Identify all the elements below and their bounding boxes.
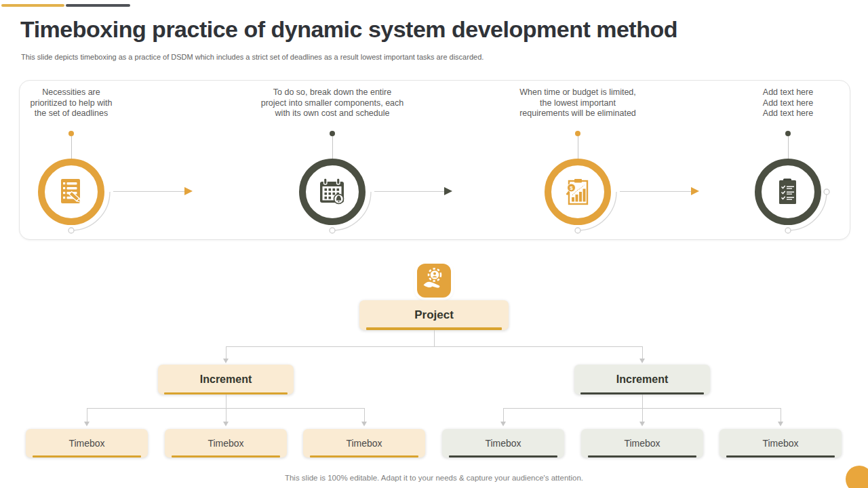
arrow-down-icon	[639, 422, 645, 426]
step-dot	[330, 131, 335, 136]
accent-underline	[726, 455, 835, 458]
increment-node-label: Increment	[616, 373, 668, 386]
timebox-node: Timebox	[26, 429, 148, 458]
project-icon-tile	[417, 264, 451, 298]
connector-line	[364, 408, 365, 422]
step-connector-line	[113, 191, 184, 192]
page-title: Timeboxing practice of dynamic system de…	[20, 16, 677, 43]
step-dot	[785, 131, 791, 136]
connector-line	[642, 394, 643, 408]
step-connector-line	[620, 191, 691, 192]
arrow-down-icon	[639, 359, 645, 363]
arrow-down-icon	[84, 422, 90, 426]
arrow-down-icon	[500, 422, 506, 426]
top-accent-yellow-bar	[1, 4, 64, 7]
connector-line	[642, 408, 643, 422]
connector-line	[226, 346, 642, 347]
connector-line	[226, 408, 226, 422]
slide: Timeboxing practice of dynamic system de…	[0, 0, 868, 488]
timebox-node: Timebox	[581, 429, 703, 458]
budget-analysis-icon: $	[566, 179, 587, 204]
step-description-1: Necessities are prioritized to help with…	[0, 87, 149, 119]
step-description-3: When time or budget is limited, the lowe…	[483, 87, 673, 119]
arrow-down-icon	[223, 422, 229, 426]
timebox-node-label: Timebox	[346, 438, 382, 449]
notepad-pencil-icon	[61, 179, 82, 203]
page-subtitle: This slide depicts timeboxing as a pract…	[21, 53, 484, 61]
arrow-down-icon	[361, 422, 367, 426]
calendar-reminder-icon	[320, 178, 344, 204]
step-circle-3: $	[534, 148, 622, 236]
timebox-node: Timebox	[165, 429, 287, 458]
increment-node-label: Increment	[200, 373, 252, 386]
hand-gear-icon	[417, 264, 451, 298]
step-dot	[575, 131, 580, 136]
step-description-4: Add text here Add text here Add text her…	[727, 87, 849, 119]
corner-accent-circle	[846, 466, 868, 488]
connector-line	[226, 394, 226, 408]
connector-line	[503, 408, 504, 422]
timebox-node-label: Timebox	[485, 438, 521, 449]
footer-note: This slide is 100% editable. Adapt it to…	[0, 474, 868, 482]
project-node-label: Project	[414, 308, 454, 322]
project-node: Project	[359, 300, 509, 330]
step-circle-4	[744, 148, 832, 236]
connector-line	[87, 408, 87, 422]
accent-underline	[33, 455, 141, 458]
connector-line	[434, 330, 435, 346]
top-accent-dark-bar	[66, 4, 130, 7]
accent-underline	[588, 455, 696, 458]
accent-underline	[449, 455, 557, 458]
arrow-down-icon	[223, 359, 229, 363]
step-circle-2	[288, 148, 376, 236]
timebox-node: Timebox	[303, 429, 425, 458]
step-connector-line	[374, 191, 444, 192]
arrow-down-icon	[778, 422, 783, 426]
connector-line	[642, 346, 643, 359]
timebox-node-label: Timebox	[762, 438, 798, 449]
accent-underline	[172, 455, 280, 458]
timebox-node: Timebox	[442, 429, 564, 458]
step-description-2: To do so, break down the entire project …	[231, 87, 434, 119]
accent-underline	[310, 455, 418, 458]
increment-node-left: Increment	[158, 365, 294, 394]
connector-line	[781, 408, 781, 422]
increment-node-right: Increment	[574, 365, 710, 394]
connector-line	[226, 346, 226, 359]
step-circle-1	[27, 148, 115, 236]
dollar-glyph: $	[570, 185, 573, 191]
step-dot	[68, 131, 74, 136]
arrow-right-icon	[444, 187, 452, 195]
arrow-right-icon	[184, 187, 193, 195]
timebox-node-label: Timebox	[208, 438, 243, 449]
checklist-icon	[779, 179, 796, 205]
timebox-node-label: Timebox	[68, 438, 104, 449]
timebox-node-label: Timebox	[624, 438, 660, 449]
timebox-node: Timebox	[719, 429, 842, 458]
arrow-right-icon	[691, 187, 699, 195]
